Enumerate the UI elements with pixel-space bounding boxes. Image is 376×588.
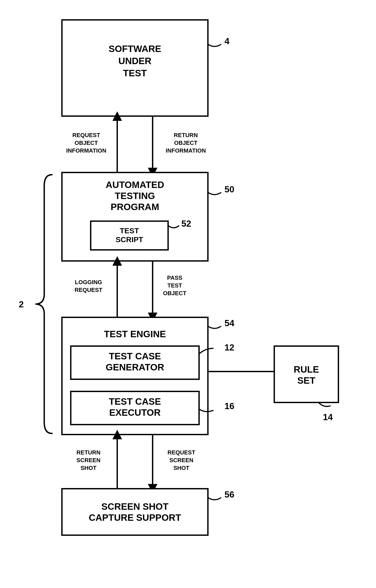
svg-text:SCREEN SHOT: SCREEN SHOT: [101, 501, 168, 512]
ref-group: 2: [19, 299, 24, 309]
box-software-under-test: SOFTWARE UNDER TEST 4: [62, 20, 230, 116]
sut-line2: UNDER: [118, 56, 151, 66]
svg-text:LOGGING: LOGGING: [75, 279, 102, 285]
box-screen-shot-capture-support: SCREEN SHOT CAPTURE SUPPORT 56: [62, 489, 234, 535]
svg-text:RETURN: RETURN: [174, 132, 198, 138]
svg-text:SHOT: SHOT: [173, 465, 189, 471]
svg-text:AUTOMATED: AUTOMATED: [106, 179, 164, 190]
svg-text:PASS: PASS: [167, 274, 182, 281]
svg-text:TEST: TEST: [167, 282, 182, 289]
svg-text:REQUEST: REQUEST: [74, 287, 102, 293]
svg-text:PROGRAM: PROGRAM: [111, 202, 159, 212]
svg-text:OBJECT: OBJECT: [74, 139, 98, 146]
svg-text:REQUEST: REQUEST: [72, 132, 100, 138]
svg-text:RETURN: RETURN: [76, 449, 100, 456]
edge-engine-sshot: RETURN SCREEN SHOT REQUEST SCREEN SHOT: [76, 435, 195, 489]
svg-rect-42: [62, 489, 208, 535]
box-rule-set: RULE SET 14: [274, 346, 338, 422]
svg-text:REQUEST: REQUEST: [167, 449, 195, 456]
ref-sut: 4: [224, 36, 230, 46]
ref-ssc: 56: [224, 490, 234, 499]
svg-text:SET: SET: [297, 375, 315, 386]
svg-text:TEST CASE: TEST CASE: [109, 351, 161, 361]
svg-text:TESTING: TESTING: [115, 191, 155, 201]
ref-tcg: 12: [224, 343, 234, 352]
svg-text:SCREEN: SCREEN: [76, 457, 100, 463]
ref-script: 52: [181, 219, 191, 228]
svg-text:TEST ENGINE: TEST ENGINE: [104, 329, 166, 339]
svg-text:OBJECT: OBJECT: [174, 139, 198, 146]
svg-text:INFORMATION: INFORMATION: [66, 147, 106, 154]
svg-text:GENERATOR: GENERATOR: [106, 362, 164, 372]
svg-text:RULE: RULE: [294, 364, 319, 375]
box-test-case-generator: TEST CASE GENERATOR 12: [71, 343, 234, 379]
ref-tce: 16: [224, 401, 234, 411]
box-test-engine: TEST ENGINE 54 TEST CASE GENERATOR 12 TE…: [62, 317, 234, 435]
sut-line1: SOFTWARE: [109, 43, 161, 54]
svg-text:SCREEN: SCREEN: [169, 457, 193, 463]
svg-text:OBJECT: OBJECT: [163, 290, 187, 296]
svg-text:SCRIPT: SCRIPT: [116, 235, 143, 244]
ref-engine: 54: [224, 318, 234, 328]
box-test-case-executor: TEST CASE EXECUTOR 16: [71, 391, 234, 425]
svg-text:EXECUTOR: EXECUTOR: [109, 407, 161, 418]
ref-atp: 50: [224, 184, 234, 194]
svg-text:SHOT: SHOT: [81, 465, 96, 471]
svg-text:CAPTURE SUPPORT: CAPTURE SUPPORT: [89, 512, 181, 523]
box-automated-testing-program: AUTOMATED TESTING PROGRAM 50 TEST SCRIPT…: [62, 172, 234, 261]
svg-text:TEST: TEST: [120, 226, 139, 235]
group-brace: 2: [19, 175, 52, 433]
edge-sut-atp: REQUEST OBJECT INFORMATION RETURN OBJECT…: [66, 116, 206, 172]
svg-text:TEST CASE: TEST CASE: [109, 396, 161, 407]
sut-line3: TEST: [123, 68, 147, 78]
ref-rule: 14: [323, 412, 333, 422]
edge-atp-engine: LOGGING REQUEST PASS TEST OBJECT: [74, 261, 187, 317]
svg-text:INFORMATION: INFORMATION: [166, 147, 206, 154]
